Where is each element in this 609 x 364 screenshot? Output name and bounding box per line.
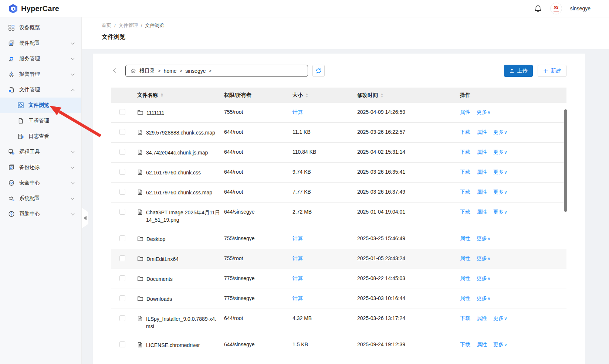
row-checkbox[interactable] [119,149,125,155]
row-checkbox[interactable] [119,169,125,175]
row-checkbox[interactable] [119,189,125,195]
properties-action-link[interactable]: 属性 [460,235,470,242]
row-checkbox[interactable] [119,275,125,281]
properties-action-link[interactable]: 属性 [477,209,487,215]
download-action-link[interactable]: 下载 [460,189,470,195]
sidebar-item-device-overview[interactable]: 设备概览 [0,20,81,35]
path-segment[interactable]: sinsegye [185,68,206,74]
download-action-link[interactable]: 下载 [460,129,470,136]
actions-cell: 下载属性更多∨ [455,341,566,348]
chevron-down-icon: ∨ [504,150,507,155]
sidebar-item-system-config[interactable]: 系统配置 [0,191,81,206]
upload-button[interactable]: 上传 [504,65,533,77]
column-header-3[interactable]: 大小▲▼ [289,92,353,99]
more-action-link[interactable]: 更多∨ [477,235,491,242]
column-header-1[interactable]: 文件名称▲▼ [133,91,220,99]
more-action-link[interactable]: 更多∨ [493,169,507,176]
row-checkbox[interactable] [119,255,125,261]
more-action-link[interactable]: 更多∨ [477,275,491,282]
user-name[interactable]: sinsegye [570,6,591,11]
breadcrumb-item[interactable]: 文件管理 [119,22,138,29]
row-checkbox[interactable] [119,315,125,321]
row-checkbox[interactable] [119,295,125,301]
properties-action-link[interactable]: 属性 [477,169,487,176]
file-name[interactable]: DmiEditLnx64 [146,255,179,263]
file-name[interactable]: Documents [146,275,173,283]
path-segment[interactable]: home [164,68,177,74]
table-scrollbar-thumb[interactable] [564,109,567,212]
sort-icon[interactable]: ▲▼ [160,92,163,98]
sidebar-item-label: 硬件配置 [19,40,40,47]
notifications-bell-icon[interactable] [534,4,542,13]
sidebar-subitem-log-view[interactable]: 日志查看 [0,129,81,144]
new-button[interactable]: 新建 [538,65,566,77]
row-checkbox[interactable] [119,341,125,347]
column-header-4[interactable]: 修改时间▲▼ [353,92,455,99]
sidebar-item-service-manage[interactable]: 服务管理 [0,51,81,67]
calculate-size-link[interactable]: 计算 [292,255,303,261]
user-avatar[interactable]: SI [550,3,562,14]
row-checkbox[interactable] [119,129,125,135]
chevron-down-icon: ∨ [504,316,507,321]
sort-icon[interactable]: ▲▼ [305,93,308,98]
calculate-size-link[interactable]: 计算 [292,235,303,241]
refresh-button[interactable] [312,65,325,77]
sidebar-item-backup-restore[interactable]: 备份还原 [0,160,81,175]
properties-action-link[interactable]: 属性 [460,275,470,282]
sidebar-subitem-project-manage[interactable]: 工程管理 [0,113,81,129]
folder-icon [137,296,143,302]
more-action-link[interactable]: 更多∨ [493,189,507,195]
path-bar[interactable]: 根目录>home>sinsegye> [125,65,308,77]
more-action-link[interactable]: 更多∨ [493,341,507,348]
file-name-cell: Desktop [133,235,220,243]
properties-action-link[interactable]: 属性 [460,255,470,262]
row-checkbox-cell [111,295,133,302]
file-name[interactable]: 1111111 [146,109,164,116]
properties-action-link[interactable]: 属性 [477,149,487,156]
row-checkbox[interactable] [119,209,125,215]
more-action-link[interactable]: 更多∨ [493,315,507,322]
breadcrumb-item[interactable]: 首页 [102,22,111,29]
sidebar-item-hardware-config[interactable]: 硬件配置 [0,35,81,51]
row-checkbox[interactable] [119,235,125,241]
sidebar-item-help-center[interactable]: 帮助中心 [0,206,81,222]
file-name[interactable]: Downloads [146,295,172,303]
calculate-size-link[interactable]: 计算 [292,275,303,281]
download-action-link[interactable]: 下载 [460,149,470,156]
chevron-down-icon: ∨ [504,190,507,195]
more-action-link[interactable]: 更多∨ [493,129,507,136]
calculate-size-link[interactable]: 计算 [292,295,303,301]
sidebar-item-remote-tools[interactable]: 远程工具 [0,144,81,160]
more-action-link[interactable]: 更多∨ [493,209,507,215]
sort-icon[interactable]: ▲▼ [380,93,383,98]
download-action-link[interactable]: 下载 [460,315,470,322]
sidebar-item-alarm-manage[interactable]: 报警管理 [0,67,81,82]
row-checkbox[interactable] [119,109,125,115]
path-segment[interactable]: 根目录 [139,68,155,74]
properties-action-link[interactable]: 属性 [477,315,487,322]
calculate-size-link[interactable]: 计算 [292,109,303,115]
more-action-link[interactable]: 更多∨ [477,109,491,116]
more-action-link[interactable]: 更多∨ [477,255,491,262]
file-name[interactable]: Desktop [146,235,165,243]
modified-time-cell: 2025-03-26 16:35:41 [353,169,455,175]
download-action-link[interactable]: 下载 [460,169,470,176]
properties-action-link[interactable]: 属性 [477,189,487,195]
properties-action-link[interactable]: 属性 [477,129,487,136]
properties-action-link[interactable]: 属性 [460,109,470,116]
more-action-link[interactable]: 更多∨ [477,295,491,302]
download-action-link[interactable]: 下载 [460,341,470,348]
sidebar-item-security-center[interactable]: 安全中心 [0,175,81,191]
properties-action-link[interactable]: 属性 [477,341,487,348]
alarm-manage-icon [8,71,15,78]
table-row: Desktop755/sinsegye计算2025-03-25 15:46:49… [111,229,566,249]
download-action-link[interactable]: 下载 [460,209,470,215]
remote-tools-icon [8,149,15,155]
sidebar-item-file-manage[interactable]: 文件管理 [0,82,81,98]
back-button[interactable] [111,70,119,72]
table-row: Documents775/sinsegye计算2025-08-22 14:45:… [111,269,566,289]
more-action-link[interactable]: 更多∨ [493,149,507,156]
chevron-down-icon [71,150,75,153]
properties-action-link[interactable]: 属性 [460,295,470,302]
sidebar-subitem-file-browse[interactable]: 文件浏览 [0,98,81,113]
